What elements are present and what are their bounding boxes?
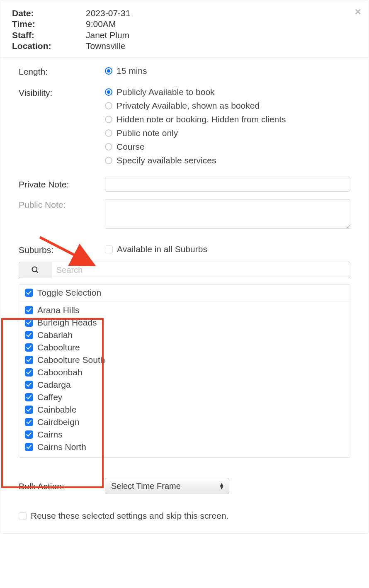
visibility-radio-publicnote[interactable] [105, 129, 112, 137]
meta-label-staff: Staff: [12, 30, 86, 41]
length-label: Length: [19, 66, 105, 77]
visibility-option: Hidden note or booking. Hidden from clie… [117, 114, 286, 124]
suburb-search [19, 262, 350, 278]
visibility-radio-hidden[interactable] [105, 116, 112, 123]
list-item[interactable]: Cabarlah [25, 329, 344, 341]
suburb-checkbox[interactable] [25, 443, 33, 451]
suburb-checkbox[interactable] [25, 393, 33, 401]
suburb-checkbox[interactable] [25, 318, 33, 327]
svg-point-1 [32, 267, 37, 272]
bulk-action-select[interactable]: Select Time Frame [105, 478, 229, 494]
toggle-selection-checkbox[interactable] [25, 289, 33, 297]
visibility-label: Visibility: [19, 87, 105, 98]
list-item[interactable]: Cainbable [25, 403, 344, 416]
length-radio-15[interactable] [105, 67, 112, 75]
reuse-settings-checkbox[interactable] [19, 512, 27, 520]
visibility-radio-course[interactable] [105, 143, 112, 151]
reuse-settings-label: Reuse these selected settings and skip t… [31, 511, 228, 521]
suburb-list: Toggle Selection Arana HillsBurleigh Hea… [19, 284, 350, 458]
all-suburbs-label: Available in all Suburbs [117, 244, 207, 254]
bulk-action-label: Bulk Action: [19, 481, 105, 491]
suburb-checkbox[interactable] [25, 356, 33, 364]
suburb-checkbox[interactable] [25, 306, 33, 314]
suburb-name: Caboolture [37, 343, 80, 352]
visibility-radio-services[interactable] [105, 157, 112, 164]
suburb-checkbox[interactable] [25, 343, 33, 352]
suburb-name: Cairns [37, 430, 63, 440]
public-note-label: Public Note: [19, 199, 105, 210]
dialog-body: Length: 15 mins Visibility: Publicly Ava… [0, 58, 369, 533]
list-item[interactable]: Cairns North [25, 441, 344, 453]
visibility-option: Specify available services [117, 156, 216, 165]
search-button[interactable] [19, 262, 51, 278]
suburb-checkbox[interactable] [25, 368, 33, 377]
list-item[interactable]: Cairdbeign [25, 416, 344, 428]
suburb-name: Arana Hills [37, 305, 80, 315]
dialog-header: Date: 2023-07-31 Time: 9:00AM Staff: Jan… [0, 0, 369, 58]
visibility-radio-public[interactable] [105, 88, 112, 96]
meta-label-location: Location: [12, 41, 86, 51]
suburb-name: Cainbable [37, 405, 77, 415]
meta-value-location: Townsville [86, 41, 126, 51]
close-icon[interactable]: × [355, 5, 361, 18]
search-icon [31, 266, 39, 274]
private-note-input[interactable] [105, 177, 350, 192]
visibility-option: Privately Available, shown as booked [117, 101, 260, 111]
visibility-option: Course [117, 142, 145, 152]
suburb-name: Caboonbah [37, 367, 83, 377]
meta-label-date: Date: [12, 8, 86, 19]
list-item[interactable]: Arana Hills [25, 304, 344, 316]
suburb-search-input[interactable] [51, 262, 350, 278]
suburb-checkbox[interactable] [25, 418, 33, 426]
suburbs-label: Suburbs: [19, 244, 105, 255]
visibility-option: Public note only [117, 128, 178, 138]
public-note-textarea[interactable] [105, 199, 350, 229]
list-item[interactable]: Caboolture [25, 341, 344, 354]
length-option-label: 15 mins [117, 66, 147, 76]
visibility-radio-private[interactable] [105, 102, 112, 109]
booking-dialog: × Date: 2023-07-31 Time: 9:00AM Staff: J… [0, 0, 369, 534]
list-item[interactable]: Burleigh Heads [25, 316, 344, 329]
list-item[interactable]: Caffey [25, 391, 344, 403]
toggle-selection-label: Toggle Selection [37, 288, 101, 298]
list-item[interactable]: Caboonbah [25, 366, 344, 379]
suburb-name: Cairns North [37, 442, 86, 452]
meta-label-time: Time: [12, 19, 86, 29]
meta-value-time: 9:00AM [86, 19, 116, 29]
visibility-option: Publicly Available to book [117, 87, 215, 97]
list-item[interactable]: Cadarga [25, 379, 344, 391]
svg-line-2 [36, 271, 38, 273]
suburb-name: Caboolture South [37, 355, 105, 365]
suburb-name: Burleigh Heads [37, 318, 97, 328]
list-item[interactable]: Caboolture South [25, 354, 344, 366]
suburb-checkbox[interactable] [25, 331, 33, 339]
suburb-checkbox[interactable] [25, 430, 33, 439]
private-note-label: Private Note: [19, 179, 105, 190]
suburb-name: Caffey [37, 392, 62, 402]
meta-value-staff: Janet Plum [86, 30, 129, 41]
suburb-name: Cabarlah [37, 330, 73, 340]
meta-value-date: 2023-07-31 [86, 8, 130, 19]
suburb-name: Cadarga [37, 380, 71, 390]
list-item[interactable]: Cairns [25, 428, 344, 441]
suburb-checkbox[interactable] [25, 406, 33, 414]
all-suburbs-checkbox[interactable] [105, 245, 113, 253]
suburb-name: Cairdbeign [37, 417, 80, 427]
suburb-checkbox[interactable] [25, 381, 33, 389]
